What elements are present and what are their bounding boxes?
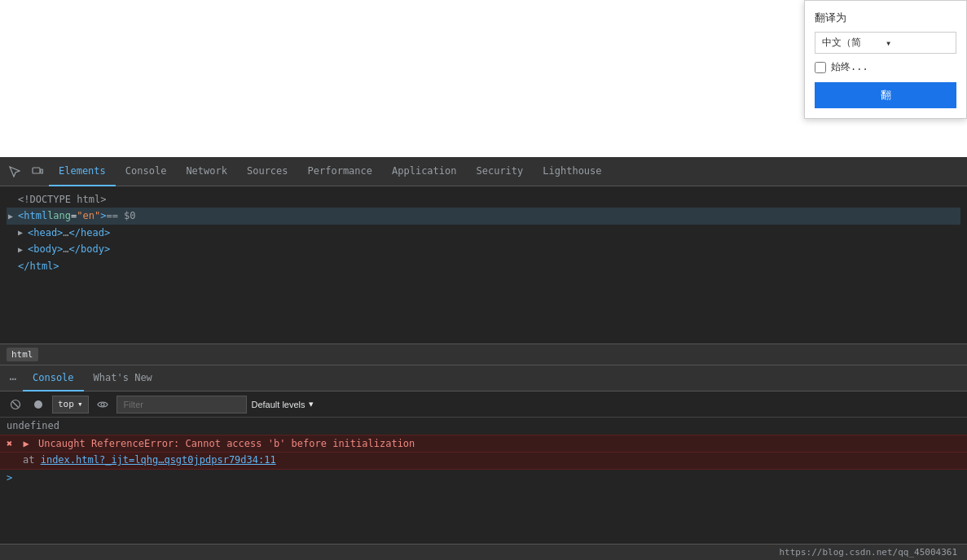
tab-console[interactable]: Console <box>116 157 177 186</box>
levels-dropdown-icon: ▾ <box>309 399 314 409</box>
more-tabs-button[interactable]: ⋯ <box>3 369 23 388</box>
breadcrumb-bar: html <box>0 343 967 365</box>
html-tree: <!DOCTYPE html> ▶ <html lang = "en" > ==… <box>0 186 967 343</box>
always-translate-checkbox[interactable] <box>815 62 826 73</box>
tab-console-bottom[interactable]: Console <box>23 365 84 392</box>
tab-performance[interactable]: Performance <box>298 157 382 186</box>
svg-line-3 <box>13 401 19 407</box>
console-output: undefined ✖ ▶ Uncaught ReferenceError: C… <box>0 418 967 544</box>
inspect-element-icon[interactable] <box>3 160 26 183</box>
translation-title: 翻译为 <box>815 11 956 25</box>
breadcrumb-html[interactable]: html <box>7 348 38 361</box>
device-toolbar-icon[interactable] <box>26 160 49 183</box>
doctype-line[interactable]: <!DOCTYPE html> <box>7 191 960 208</box>
console-input-line[interactable]: > <box>0 470 967 487</box>
tab-application[interactable]: Application <box>382 157 466 186</box>
always-translate-label: 始终... <box>831 60 868 74</box>
html-element-line[interactable]: ▶ <html lang = "en" > == $0 <box>7 208 960 224</box>
html-close-line[interactable]: </html> <box>7 258 960 274</box>
chevron-down-icon: ▾ <box>886 37 949 49</box>
context-selector[interactable]: top ▾ <box>52 396 89 413</box>
error-triangle-icon[interactable]: ▶ <box>23 438 29 449</box>
bottom-tab-bar: ⋯ Console What's New <box>0 365 967 392</box>
status-url: https://blog.csdn.net/qq_45004361 <box>779 547 957 558</box>
log-levels-button[interactable]: Default levels ▾ <box>252 399 314 409</box>
svg-point-5 <box>101 403 104 406</box>
context-dropdown-icon: ▾ <box>77 399 83 409</box>
body-element-line[interactable]: ▶ <body> … </body> <box>7 241 960 257</box>
console-filter-input[interactable] <box>116 396 247 413</box>
eye-icon[interactable] <box>94 396 112 413</box>
status-bar: https://blog.csdn.net/qq_45004361 <box>0 544 967 560</box>
console-toolbar: top ▾ Default levels ▾ <box>0 392 967 418</box>
tab-elements[interactable]: Elements <box>49 157 116 186</box>
tab-sources[interactable]: Sources <box>237 157 298 186</box>
language-selector[interactable]: 中文（简 ▾ <box>815 32 956 54</box>
error-source-link[interactable]: index.html?_ijt=lqhg…qsgt0jpdpsr79d34:11 <box>41 454 276 466</box>
console-undefined: undefined <box>0 418 967 435</box>
tab-whats-new[interactable]: What's New <box>84 365 162 392</box>
error-at-line: at index.html?_ijt=lqhg…qsgt0jpdpsr79d34… <box>0 453 967 470</box>
language-label: 中文（简 <box>822 36 886 50</box>
head-element-line[interactable]: ▶ <head> … </head> <box>7 225 960 241</box>
devtools-tab-bar: Elements Console Network Sources Perform… <box>0 157 967 186</box>
svg-rect-1 <box>41 169 43 173</box>
stop-recording-icon[interactable] <box>29 396 47 413</box>
context-value: top <box>58 399 74 409</box>
bottom-panel: ⋯ Console What's New top <box>0 365 967 560</box>
error-icon: ✖ <box>7 438 12 449</box>
elements-panel: <!DOCTYPE html> ▶ <html lang = "en" > ==… <box>0 186 967 365</box>
devtools-panel: Elements Console Network Sources Perform… <box>0 157 967 560</box>
tab-lighthouse[interactable]: Lighthouse <box>533 157 611 186</box>
translation-popup: 翻译为 中文（简 ▾ 始终... 翻 <box>804 0 967 119</box>
tab-network[interactable]: Network <box>176 157 237 186</box>
console-prompt: > <box>7 472 12 483</box>
always-translate-row: 始终... <box>815 60 956 74</box>
console-error-line: ✖ ▶ Uncaught ReferenceError: Cannot acce… <box>0 435 967 453</box>
svg-rect-0 <box>33 168 40 173</box>
svg-point-4 <box>34 400 42 409</box>
tab-security[interactable]: Security <box>467 157 534 186</box>
translate-button[interactable]: 翻 <box>815 82 956 108</box>
clear-console-icon[interactable] <box>7 396 24 413</box>
